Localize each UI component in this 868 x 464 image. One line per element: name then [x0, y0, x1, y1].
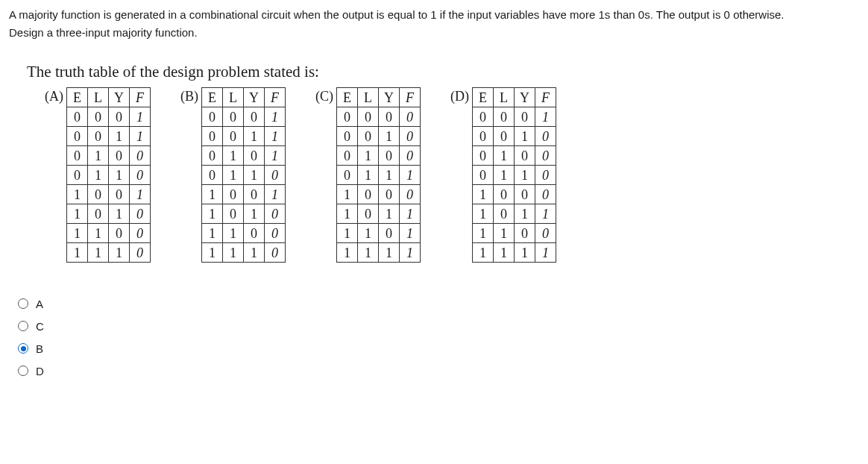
table-label-c: (C)	[315, 87, 333, 104]
table-cell: 1	[223, 146, 244, 166]
table-cell: 0	[379, 224, 400, 243]
table-cell: 0	[109, 146, 130, 166]
table-cell: 0	[67, 166, 88, 185]
table-header-cell: L	[494, 88, 515, 107]
option-a[interactable]: A	[18, 292, 859, 315]
question-line-1: A majority function is generated in a co…	[9, 6, 859, 24]
table-cell: 1	[244, 243, 265, 263]
table-cell: 0	[88, 185, 109, 204]
radio-d[interactable]	[18, 366, 28, 376]
table-cell: 0	[535, 224, 556, 243]
option-d[interactable]: D	[18, 360, 859, 382]
table-label-a: (A)	[45, 87, 63, 104]
table-cell: 0	[202, 146, 223, 166]
table-cell: 1	[535, 204, 556, 224]
table-cell: 0	[494, 204, 515, 224]
table-block-d: (D) ELYF00010010010001101000101111001111	[450, 87, 556, 263]
table-cell: 0	[515, 224, 535, 243]
table-cell: 0	[535, 166, 556, 185]
table-cell: 1	[515, 204, 535, 224]
table-cell: 0	[265, 243, 286, 263]
table-header-cell: L	[223, 88, 244, 107]
table-cell: 1	[379, 243, 400, 263]
radio-c[interactable]	[18, 321, 28, 331]
table-header-cell: Y	[244, 88, 265, 107]
table-cell: 1	[473, 224, 494, 243]
table-cell: 0	[337, 166, 358, 185]
tables-container: (A) ELYF00010011010001101001101011001110…	[45, 87, 859, 263]
table-cell: 1	[244, 127, 265, 146]
table-cell: 0	[130, 243, 151, 263]
table-cell: 0	[494, 107, 515, 127]
table-cell: 0	[535, 185, 556, 204]
table-cell: 1	[109, 204, 130, 224]
table-cell: 1	[223, 166, 244, 185]
table-cell: 0	[265, 166, 286, 185]
option-b[interactable]: B	[18, 337, 859, 360]
table-cell: 1	[494, 224, 515, 243]
table-cell: 0	[515, 107, 535, 127]
table-cell: 1	[358, 146, 379, 166]
table-cell: 1	[400, 224, 421, 243]
table-cell: 0	[337, 127, 358, 146]
table-cell: 0	[473, 107, 494, 127]
table-cell: 0	[109, 107, 130, 127]
table-cell: 0	[535, 127, 556, 146]
table-header-cell: F	[400, 88, 421, 107]
table-cell: 0	[535, 146, 556, 166]
table-cell: 0	[379, 107, 400, 127]
table-cell: 0	[244, 107, 265, 127]
table-d: ELYF00010010010001101000101111001111	[472, 87, 556, 263]
truth-table-heading: The truth table of the design problem st…	[27, 63, 859, 81]
table-cell: 0	[88, 204, 109, 224]
option-label-b[interactable]: B	[36, 342, 43, 355]
table-cell: 1	[337, 243, 358, 263]
table-cell: 1	[265, 185, 286, 204]
table-cell: 0	[109, 224, 130, 243]
table-cell: 1	[337, 204, 358, 224]
table-header-cell: L	[88, 88, 109, 107]
table-cell: 1	[265, 146, 286, 166]
table-cell: 0	[358, 185, 379, 204]
table-header-cell: Y	[379, 88, 400, 107]
table-cell: 0	[400, 107, 421, 127]
table-cell: 0	[244, 146, 265, 166]
table-cell: 0	[358, 204, 379, 224]
question-text: A majority function is generated in a co…	[9, 6, 859, 42]
option-label-d[interactable]: D	[36, 365, 44, 377]
table-cell: 0	[202, 166, 223, 185]
table-cell: 0	[337, 107, 358, 127]
table-cell: 1	[109, 243, 130, 263]
option-label-a[interactable]: A	[36, 298, 43, 310]
table-cell: 1	[473, 243, 494, 263]
answer-options: ACBD	[18, 292, 859, 382]
table-cell: 0	[400, 146, 421, 166]
table-cell: 0	[515, 185, 535, 204]
table-cell: 0	[88, 127, 109, 146]
table-cell: 0	[473, 166, 494, 185]
table-cell: 1	[202, 204, 223, 224]
table-a: ELYF00010011010001101001101011001110	[66, 87, 151, 263]
table-b: ELYF00010011010101101001101011001110	[201, 87, 286, 263]
table-cell: 1	[400, 166, 421, 185]
table-header-cell: E	[202, 88, 223, 107]
table-cell: 1	[223, 224, 244, 243]
radio-a[interactable]	[18, 298, 28, 309]
table-cell: 1	[494, 166, 515, 185]
option-label-c[interactable]: C	[36, 320, 44, 333]
table-cell: 1	[67, 185, 88, 204]
table-cell: 1	[244, 204, 265, 224]
table-cell: 0	[109, 185, 130, 204]
table-cell: 0	[67, 107, 88, 127]
table-cell: 0	[202, 127, 223, 146]
table-header-cell: Y	[109, 88, 130, 107]
table-cell: 1	[494, 146, 515, 166]
table-cell: 1	[265, 107, 286, 127]
radio-b[interactable]	[18, 343, 28, 354]
table-cell: 0	[337, 146, 358, 166]
table-cell: 1	[88, 243, 109, 263]
table-cell: 0	[130, 146, 151, 166]
option-c[interactable]: C	[18, 315, 859, 337]
table-cell: 1	[473, 185, 494, 204]
table-cell: 0	[265, 204, 286, 224]
